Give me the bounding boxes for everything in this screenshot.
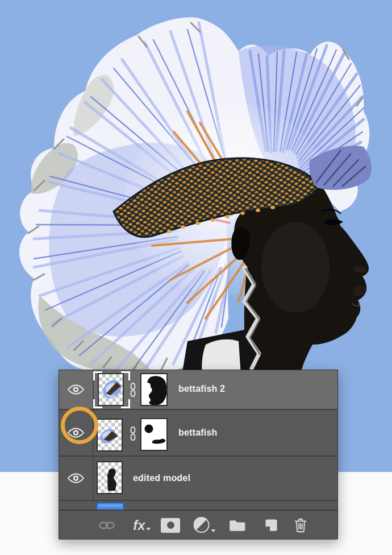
layer-row-bettafish-2[interactable]: bettafish 2 bbox=[59, 370, 337, 409]
layer-mask-thumbnail[interactable] bbox=[140, 418, 168, 451]
fx-icon: fx bbox=[133, 519, 145, 532]
layer-style-button[interactable]: fx bbox=[133, 519, 151, 532]
delete-layer-button[interactable] bbox=[293, 517, 308, 533]
chevron-down-icon bbox=[211, 529, 216, 532]
layer-mask-thumbnail[interactable] bbox=[140, 373, 168, 406]
selection-bracket bbox=[93, 371, 102, 380]
bettafish-thumb-art bbox=[98, 420, 123, 452]
eye-icon bbox=[67, 384, 85, 395]
link-icon bbox=[99, 521, 115, 529]
visibility-toggle[interactable] bbox=[59, 457, 94, 500]
mask-link-icon[interactable] bbox=[130, 426, 136, 441]
folder-icon bbox=[228, 519, 247, 532]
visibility-toggle[interactable] bbox=[59, 410, 94, 455]
eye-icon bbox=[67, 428, 85, 438]
adjustment-layer-button[interactable] bbox=[194, 517, 216, 534]
adjustment-icon bbox=[194, 517, 211, 534]
selection-bracket bbox=[121, 371, 130, 380]
chevron-down-icon bbox=[147, 528, 151, 531]
mask-link-icon[interactable] bbox=[130, 382, 136, 397]
eye-icon bbox=[67, 473, 85, 483]
new-layer-icon bbox=[264, 517, 279, 533]
layer-name: edited model bbox=[133, 473, 190, 483]
add-layer-mask-button[interactable] bbox=[161, 518, 180, 533]
layer-thumbnail[interactable] bbox=[97, 461, 123, 494]
model-thumb-art bbox=[98, 462, 123, 494]
layers-panel: bettafish 2 bbox=[59, 370, 338, 539]
layer-row-edited-model[interactable]: edited model bbox=[59, 455, 337, 500]
screenshot-stage: bettafish 2 bbox=[0, 0, 392, 555]
layer-thumbnail[interactable] bbox=[97, 419, 123, 452]
mask-art-dot-wave bbox=[141, 419, 168, 451]
bettafish-thumb-art bbox=[99, 374, 124, 406]
link-layers-button[interactable] bbox=[99, 521, 115, 529]
new-group-button[interactable] bbox=[228, 519, 247, 532]
layer-row-partial[interactable] bbox=[59, 500, 337, 510]
layer-name: bettafish 2 bbox=[178, 384, 225, 394]
selection-bracket bbox=[93, 399, 102, 408]
add-mask-icon bbox=[161, 518, 180, 533]
trash-icon bbox=[293, 517, 308, 533]
mask-art-head bbox=[141, 374, 168, 406]
new-layer-button[interactable] bbox=[264, 517, 279, 533]
visibility-toggle[interactable] bbox=[59, 370, 94, 409]
layer-name: bettafish bbox=[178, 428, 217, 438]
selection-bracket bbox=[121, 399, 130, 408]
panel-toolbar: fx bbox=[59, 510, 337, 540]
layer-row-bettafish[interactable]: bettafish bbox=[59, 409, 337, 455]
